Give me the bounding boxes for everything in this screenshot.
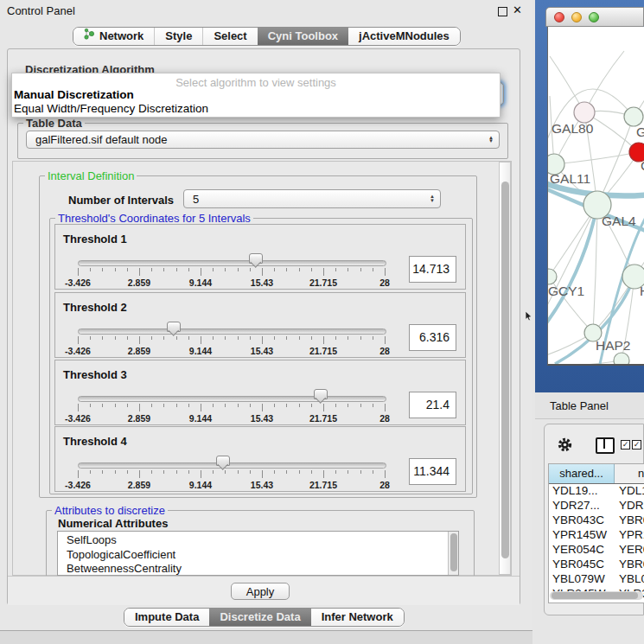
split-view-icon[interactable] — [596, 437, 615, 454]
slider-track[interactable] — [78, 260, 386, 266]
threshold-value-field[interactable]: 21.4 — [409, 392, 456, 418]
tab-network[interactable]: Network — [73, 28, 154, 45]
threshold-value-field[interactable]: 14.713 — [409, 256, 456, 283]
tab-infer-network[interactable]: Infer Network — [311, 609, 404, 626]
cell-shared-name: YER054C — [549, 543, 615, 558]
tick-mark — [213, 336, 214, 340]
list-scrollbar[interactable] — [448, 532, 458, 575]
tick-mark — [274, 336, 275, 340]
control-panel-window: Control Panel ✕ NetworkStyleSelectCyni T… — [0, 0, 533, 644]
horizontal-scrollbar[interactable] — [550, 591, 643, 600]
column-header-shared-name[interactable]: shared... — [549, 464, 615, 483]
network-canvas[interactable]: GAL80GACGAL11GAL4GCY1HHAP2 — [547, 27, 644, 366]
scrollbar-thumb[interactable] — [501, 182, 509, 558]
tick-mark — [176, 470, 177, 474]
tick-mark — [176, 336, 177, 340]
table-row[interactable]: YBR045CYBR0 — [549, 558, 644, 572]
tick-mark — [188, 470, 189, 474]
traffic-light-close-icon[interactable] — [554, 12, 564, 22]
close-icon[interactable]: ✕ — [513, 3, 522, 16]
gear-icon[interactable] — [558, 437, 572, 452]
column-header-name[interactable]: na — [615, 464, 644, 483]
attribute-item[interactable]: SelfLoops — [67, 533, 458, 548]
slider-tick-labels: -3.4262.8599.14415.4321.71528 — [78, 413, 385, 424]
attributes-list[interactable]: SelfLoopsTopologicalCoefficientBetweenne… — [57, 531, 459, 576]
tab-select[interactable]: Select — [202, 28, 257, 45]
network-node[interactable] — [624, 107, 643, 126]
tick-label: 9.144 — [189, 346, 212, 356]
float-window-icon[interactable] — [498, 7, 507, 16]
list-scrollbar-thumb[interactable] — [450, 533, 457, 571]
apply-button[interactable]: Apply — [231, 583, 290, 600]
network-node[interactable] — [614, 353, 629, 364]
slider-thumb[interactable] — [314, 389, 328, 399]
horizontal-scrollbar-thumb[interactable] — [552, 592, 638, 599]
tab-cyni-toolbox[interactable]: Cyni Toolbox — [258, 28, 348, 45]
algorithm-option[interactable]: Equal Width/Frequency Discretization — [12, 102, 500, 116]
tick-mark — [139, 336, 140, 344]
tick-mark — [274, 470, 275, 474]
slider-thumb[interactable] — [249, 253, 263, 264]
slider-ticks — [78, 336, 385, 345]
tick-mark — [151, 268, 152, 271]
slider-track[interactable] — [78, 462, 386, 469]
network-window-titlebar[interactable] — [545, 7, 644, 27]
traffic-light-zoom-icon[interactable] — [589, 12, 599, 22]
tick-mark — [360, 336, 361, 340]
cell-shared-name: YDR27... — [549, 499, 615, 513]
number-of-intervals-combobox[interactable]: 5 ▲▼ — [183, 189, 441, 208]
table-row[interactable]: YBL079WYBL0 — [549, 572, 644, 587]
table-row[interactable]: YIL052CYIL0 — [549, 602, 644, 603]
tick-mark — [90, 470, 91, 474]
threshold-value-field[interactable]: 11.344 — [409, 458, 456, 485]
network-node[interactable] — [548, 269, 557, 284]
tick-mark — [274, 404, 275, 407]
threshold-label: Threshold 1 — [63, 233, 127, 245]
traffic-light-minimize-icon[interactable] — [571, 12, 582, 22]
threshold-value-field[interactable]: 6.316 — [409, 324, 456, 351]
tick-mark — [90, 268, 91, 271]
tick-mark — [262, 470, 263, 478]
interval-definition-group-label: Interval Definition — [45, 169, 137, 182]
tick-mark — [373, 404, 373, 407]
vertical-scrollbar[interactable] — [499, 162, 511, 575]
window-bottom-edge — [0, 630, 532, 644]
checkbox-icon[interactable]: ✓ — [632, 440, 641, 450]
tab-impute-data[interactable]: Impute Data — [124, 609, 209, 626]
tick-mark — [311, 470, 312, 474]
table-row[interactable]: YER054CYER0 — [549, 543, 644, 558]
node-label: H — [640, 284, 644, 298]
tick-label: 9.144 — [189, 277, 212, 288]
tick-mark — [323, 336, 324, 344]
tab-jactivemnodules[interactable]: jActiveMNodules — [348, 28, 460, 45]
slider-thumb[interactable] — [216, 456, 230, 466]
tick-mark — [238, 470, 239, 474]
attribute-item[interactable]: BetweennessCentrality — [67, 562, 458, 576]
slider-track[interactable] — [78, 396, 386, 402]
tab-label: jActiveMNodules — [359, 28, 450, 45]
table-data-combobox[interactable]: galFiltered.sif default node ▲▼ — [26, 131, 500, 149]
table-row[interactable]: YPR145WYPR1 — [549, 528, 644, 543]
network-node[interactable] — [574, 102, 595, 123]
tab-discretize-data[interactable]: Discretize Data — [209, 609, 310, 626]
tick-mark — [385, 336, 386, 344]
algorithm-option[interactable]: Manual Discretization — [12, 88, 500, 102]
threshold-box: Threshold 2-3.4262.8599.14415.4321.71528… — [54, 292, 466, 358]
slider-thumb[interactable] — [167, 322, 181, 332]
algorithm-dropdown-hint: Select algorithm to view settings — [12, 76, 500, 89]
tick-mark — [78, 470, 79, 478]
tick-mark — [385, 404, 386, 411]
screenshot-root: Control Panel ✕ NetworkStyleSelectCyni T… — [0, 0, 644, 644]
table-row[interactable]: YBR043CYBR0 — [549, 513, 644, 528]
tick-mark — [286, 268, 287, 271]
checkbox-icon[interactable]: ✓ — [621, 440, 630, 450]
table-row[interactable]: YDL19...YDL1 — [549, 484, 644, 499]
tick-mark — [139, 268, 140, 276]
table-row[interactable]: YDR27...YDR2 — [549, 499, 644, 513]
tick-label: 9.144 — [189, 413, 212, 424]
threshold-box: Threshold 3-3.4262.8599.14415.4321.71528… — [54, 360, 466, 425]
attribute-item[interactable]: TopologicalCoefficient — [67, 548, 458, 563]
slider-track[interactable] — [78, 328, 386, 335]
tab-style[interactable]: Style — [154, 28, 202, 45]
tick-mark — [213, 470, 214, 474]
